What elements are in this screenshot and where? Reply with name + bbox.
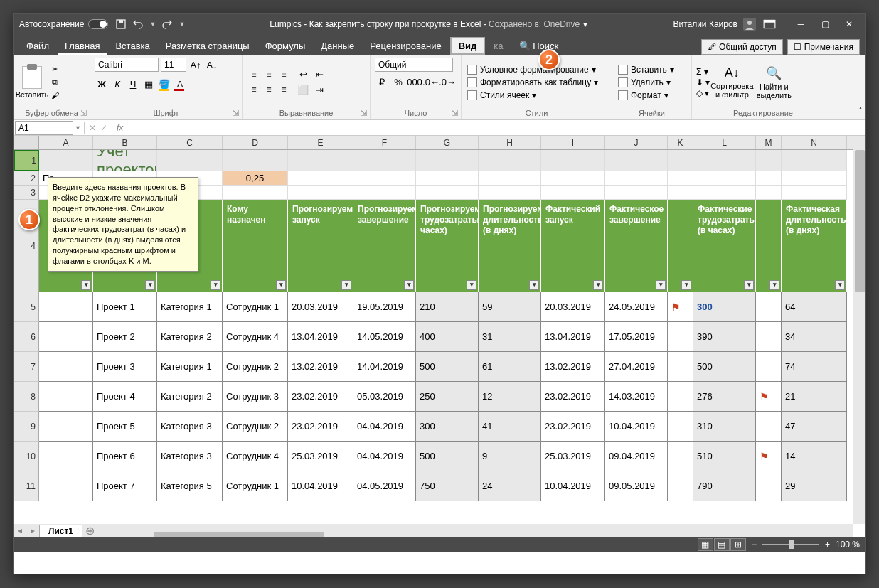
data-cell[interactable]: 300 xyxy=(416,412,479,442)
data-cell[interactable]: 19.05.2019 xyxy=(353,292,416,322)
font-color-button[interactable]: A xyxy=(173,77,187,91)
zoom-out-icon[interactable]: − xyxy=(752,540,757,550)
spreadsheet-grid[interactable]: ABCDEFGHIJKLMN 1Учет проектов2По0,2534▾▾… xyxy=(14,136,865,537)
undo-icon[interactable] xyxy=(132,18,144,30)
format-painter-icon[interactable]: 🖌 xyxy=(48,90,61,101)
col-header-A[interactable]: A xyxy=(39,136,93,149)
data-cell[interactable]: 500 xyxy=(693,352,756,382)
row-header[interactable]: 9 xyxy=(14,412,39,442)
zoom-slider[interactable] xyxy=(762,544,819,545)
data-cell[interactable]: 13.02.2019 xyxy=(288,352,353,382)
font-name-combo[interactable]: Calibri xyxy=(95,58,159,72)
data-cell[interactable]: 510 xyxy=(693,442,756,471)
italic-button[interactable]: К xyxy=(110,77,124,91)
cell-styles-button[interactable]: Стили ячеек ▾ xyxy=(466,90,600,101)
row-header[interactable]: 7 xyxy=(14,352,39,382)
table-header[interactable]: ▾ xyxy=(668,200,693,292)
data-cell[interactable]: 390 xyxy=(693,322,756,352)
bold-button[interactable]: Ж xyxy=(95,77,109,91)
data-cell[interactable]: Проект 1 xyxy=(93,292,157,322)
data-cell[interactable]: 14 xyxy=(782,442,847,471)
indent-decrease-icon[interactable]: ⇤ xyxy=(312,68,326,82)
cancel-formula-icon[interactable]: ✕ xyxy=(89,123,96,133)
cell[interactable] xyxy=(479,150,541,171)
data-cell[interactable]: 10.04.2019 xyxy=(541,471,605,501)
data-cell[interactable]: 05.03.2019 xyxy=(353,382,416,412)
sort-filter-button[interactable]: A↓Сортировка и фильтр xyxy=(712,65,752,99)
cell[interactable] xyxy=(479,186,541,200)
cell[interactable] xyxy=(416,186,479,200)
data-cell[interactable]: 13.04.2019 xyxy=(288,322,353,352)
data-cell[interactable]: 9 xyxy=(479,442,541,471)
row-header[interactable]: 6 xyxy=(14,322,39,352)
cell[interactable] xyxy=(479,171,541,186)
filter-icon[interactable]: ▾ xyxy=(593,280,603,290)
close-button[interactable]: ✕ xyxy=(838,17,860,31)
cell[interactable] xyxy=(782,150,847,171)
decimal-dec-icon[interactable]: .0→ xyxy=(440,75,454,89)
data-cell[interactable]: Проект 7 xyxy=(93,471,157,501)
flag-cell[interactable] xyxy=(668,352,693,382)
col-header-J[interactable]: J xyxy=(605,136,668,149)
data-cell[interactable] xyxy=(39,471,93,501)
alignment-launcher[interactable]: ⇲ xyxy=(361,109,367,118)
accept-formula-icon[interactable]: ✓ xyxy=(100,123,107,133)
data-cell[interactable]: 41 xyxy=(479,412,541,442)
save-icon[interactable] xyxy=(115,18,127,30)
data-cell[interactable] xyxy=(39,442,93,471)
increase-font-icon[interactable]: A↑ xyxy=(188,58,203,72)
data-cell[interactable]: Проект 2 xyxy=(93,322,157,352)
data-cell[interactable]: Категория 2 xyxy=(157,322,223,352)
cell[interactable] xyxy=(223,186,288,200)
search-box[interactable]: 🔍 Поиск xyxy=(512,37,566,55)
col-header-F[interactable]: F xyxy=(353,136,416,149)
page-layout-view-icon[interactable]: ▤ xyxy=(714,538,730,551)
cell[interactable] xyxy=(668,171,693,186)
cell[interactable] xyxy=(693,150,756,171)
col-header-I[interactable]: I xyxy=(541,136,605,149)
tab-view[interactable]: Вид xyxy=(450,37,486,55)
data-cell[interactable]: Категория 3 xyxy=(157,442,223,471)
cell[interactable] xyxy=(541,186,605,200)
col-header-N[interactable]: N xyxy=(782,136,847,149)
data-cell[interactable]: 24 xyxy=(479,471,541,501)
cell[interactable] xyxy=(756,150,782,171)
data-cell[interactable]: Категория 3 xyxy=(157,412,223,442)
table-header[interactable]: Прогнозируемое завершение▾ xyxy=(353,200,416,292)
cell[interactable] xyxy=(756,186,782,200)
col-header-G[interactable]: G xyxy=(416,136,479,149)
data-cell[interactable]: 10.04.2019 xyxy=(605,412,668,442)
data-cell[interactable]: Сотрудник 3 xyxy=(223,382,288,412)
filter-icon[interactable]: ▾ xyxy=(744,280,754,290)
cell[interactable] xyxy=(756,171,782,186)
table-header[interactable]: ▾ xyxy=(756,200,782,292)
fill-icon[interactable]: ⬇ ▾ xyxy=(696,77,710,87)
title-cell[interactable]: Учет проектов xyxy=(93,150,157,171)
maximize-button[interactable]: ▢ xyxy=(814,17,836,31)
cell[interactable] xyxy=(288,150,353,171)
cell[interactable] xyxy=(693,186,756,200)
cell[interactable] xyxy=(157,150,223,171)
data-cell[interactable]: 12 xyxy=(479,382,541,412)
filter-icon[interactable]: ▾ xyxy=(211,280,220,290)
data-cell[interactable]: 750 xyxy=(416,471,479,501)
tab-insert[interactable]: Вставка xyxy=(108,37,156,55)
data-cell[interactable]: 20.03.2019 xyxy=(541,292,605,322)
tab-home[interactable]: Главная xyxy=(58,37,107,55)
data-cell[interactable]: 34 xyxy=(782,322,847,352)
data-cell[interactable]: 25.03.2019 xyxy=(288,442,353,471)
flag-cell[interactable] xyxy=(668,442,693,471)
fill-color-button[interactable]: 🪣 xyxy=(157,77,171,91)
data-cell[interactable]: 13.04.2019 xyxy=(541,322,605,352)
conditional-formatting-button[interactable]: Условное форматирование ▾ xyxy=(466,64,600,75)
data-cell[interactable]: Сотрудник 2 xyxy=(223,352,288,382)
cell[interactable] xyxy=(693,171,756,186)
col-header-K[interactable]: K xyxy=(668,136,693,149)
data-cell[interactable]: 13.02.2019 xyxy=(541,352,605,382)
number-launcher[interactable]: ⇲ xyxy=(452,109,458,118)
table-header[interactable]: Прогнозируемые трудозатраты (в часах)▾ xyxy=(416,200,479,292)
copy-icon[interactable]: ⧉ xyxy=(48,77,61,88)
autosum-icon[interactable]: Σ ▾ xyxy=(696,67,710,77)
row-header[interactable]: 3 xyxy=(14,186,39,200)
cell[interactable] xyxy=(416,150,479,171)
